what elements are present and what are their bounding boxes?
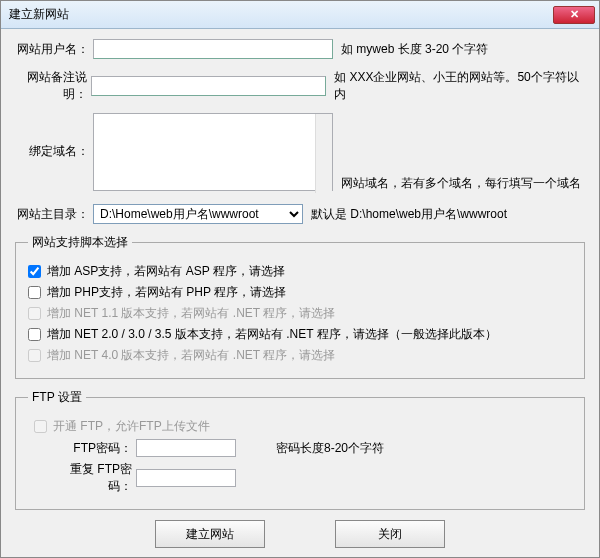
script-checkbox[interactable] bbox=[28, 265, 41, 278]
script-checkbox bbox=[28, 307, 41, 320]
domain-label: 绑定域名： bbox=[15, 113, 93, 160]
remark-label: 网站备注说明： bbox=[15, 69, 91, 103]
script-option-row: 增加 ASP支持，若网站有 ASP 程序，请选择 bbox=[28, 263, 572, 280]
username-hint: 如 myweb 长度 3-20 个字符 bbox=[341, 41, 488, 58]
script-option-row: 增加 NET 2.0 / 3.0 / 3.5 版本支持，若网站有 .NET 程序… bbox=[28, 326, 572, 343]
script-option-row: 增加 PHP支持，若网站有 PHP 程序，请选择 bbox=[28, 284, 572, 301]
root-select[interactable]: D:\Home\web用户名\wwwroot bbox=[93, 204, 303, 224]
script-label: 增加 PHP支持，若网站有 PHP 程序，请选择 bbox=[47, 284, 286, 301]
script-checkbox[interactable] bbox=[28, 328, 41, 341]
row-remark: 网站备注说明： 如 XXX企业网站、小王的网站等。50个字符以内 bbox=[15, 69, 585, 103]
ftp-password2-row: 重复 FTP密码： bbox=[48, 461, 572, 495]
domain-textarea[interactable] bbox=[93, 113, 333, 191]
ftp-password2-label: 重复 FTP密码： bbox=[48, 461, 136, 495]
script-option-row: 增加 NET 4.0 版本支持，若网站有 .NET 程序，请选择 bbox=[28, 347, 572, 364]
window-title: 建立新网站 bbox=[9, 6, 69, 23]
script-label: 增加 NET 1.1 版本支持，若网站有 .NET 程序，请选择 bbox=[47, 305, 335, 322]
dialog-window: 建立新网站 ✕ 网站用户名： 如 myweb 长度 3-20 个字符 网站备注说… bbox=[0, 0, 600, 558]
titlebar: 建立新网站 ✕ bbox=[1, 1, 599, 29]
scripts-fieldset: 网站支持脚本选择 增加 ASP支持，若网站有 ASP 程序，请选择增加 PHP支… bbox=[15, 234, 585, 379]
ftp-password-row: FTP密码： 密码长度8-20个字符 bbox=[48, 439, 572, 457]
ftp-legend: FTP 设置 bbox=[28, 389, 86, 406]
close-icon[interactable]: ✕ bbox=[553, 6, 595, 24]
script-checkbox[interactable] bbox=[28, 286, 41, 299]
username-input[interactable] bbox=[93, 39, 333, 59]
button-row: 建立网站 关闭 bbox=[15, 520, 585, 548]
script-label: 增加 NET 4.0 版本支持，若网站有 .NET 程序，请选择 bbox=[47, 347, 335, 364]
domain-wrap bbox=[93, 113, 333, 194]
ftp-enable-label: 开通 FTP，允许FTP上传文件 bbox=[53, 418, 210, 435]
script-option-row: 增加 NET 1.1 版本支持，若网站有 .NET 程序，请选择 bbox=[28, 305, 572, 322]
script-label: 增加 NET 2.0 / 3.0 / 3.5 版本支持，若网站有 .NET 程序… bbox=[47, 326, 497, 343]
ftp-password-input[interactable] bbox=[136, 439, 236, 457]
root-hint: 默认是 D:\home\web用户名\wwwroot bbox=[311, 206, 507, 223]
root-label: 网站主目录： bbox=[15, 206, 93, 223]
remark-hint: 如 XXX企业网站、小王的网站等。50个字符以内 bbox=[334, 69, 585, 103]
scripts-legend: 网站支持脚本选择 bbox=[28, 234, 132, 251]
script-checkbox bbox=[28, 349, 41, 362]
ftp-fieldset: FTP 设置 开通 FTP，允许FTP上传文件 FTP密码： 密码长度8-20个… bbox=[15, 389, 585, 510]
username-label: 网站用户名： bbox=[15, 41, 93, 58]
row-domain: 绑定域名： 网站域名，若有多个域名，每行填写一个域名 bbox=[15, 113, 585, 194]
row-root: 网站主目录： D:\Home\web用户名\wwwroot 默认是 D:\hom… bbox=[15, 204, 585, 224]
ftp-password-hint: 密码长度8-20个字符 bbox=[276, 440, 384, 457]
ftp-password-label: FTP密码： bbox=[48, 440, 136, 457]
content-area: 网站用户名： 如 myweb 长度 3-20 个字符 网站备注说明： 如 XXX… bbox=[1, 29, 599, 558]
domain-hint: 网站域名，若有多个域名，每行填写一个域名 bbox=[341, 175, 581, 192]
close-button[interactable]: 关闭 bbox=[335, 520, 445, 548]
script-label: 增加 ASP支持，若网站有 ASP 程序，请选择 bbox=[47, 263, 285, 280]
remark-input[interactable] bbox=[91, 76, 326, 96]
ftp-enable-checkbox bbox=[34, 420, 47, 433]
create-button[interactable]: 建立网站 bbox=[155, 520, 265, 548]
ftp-enable-row: 开通 FTP，允许FTP上传文件 bbox=[34, 418, 572, 435]
row-username: 网站用户名： 如 myweb 长度 3-20 个字符 bbox=[15, 39, 585, 59]
ftp-password2-input[interactable] bbox=[136, 469, 236, 487]
